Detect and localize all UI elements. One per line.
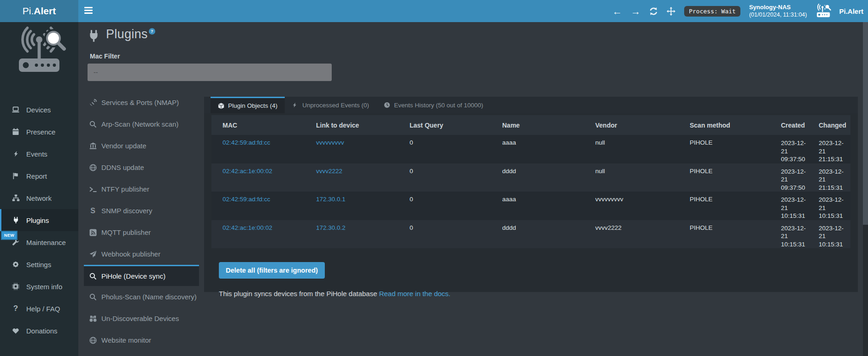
tab-label: Unprocessed Events (0) (302, 102, 369, 109)
delete-all-button[interactable]: Delete all (filters are ignored) (219, 262, 325, 279)
table-row: 02:42:ac:1e:00:02 vvvv2222 0 dddd null P… (211, 163, 850, 192)
plugin-nav-item-pihole[interactable]: PiHole (Device sync) (84, 265, 199, 286)
sidebar-item-label: Events (26, 150, 47, 158)
created-cell: 2023-12-2110:15:31 (775, 192, 813, 220)
sidebar-item-settings[interactable]: Settings (0, 253, 78, 275)
flag-icon (11, 172, 20, 180)
help-badge[interactable]: ? (149, 28, 155, 35)
sidebar-item-help-faq[interactable]: ? Help / FAQ (0, 298, 78, 320)
device-link[interactable]: 172.30.0.1 (316, 196, 346, 203)
sidebar-item-label: Settings (26, 261, 51, 268)
sidebar-item-system-info[interactable]: System info (0, 275, 78, 298)
sidebar-item-donations[interactable]: Donations (0, 320, 78, 342)
globe-icon (88, 336, 97, 344)
sidebar-item-report[interactable]: Report (0, 165, 78, 187)
device-link[interactable]: 172.30.0.2 (316, 224, 346, 231)
plugin-nav-item-snmp[interactable]: S SNMP discovery (84, 200, 199, 222)
table-header-row: MAC Link to device Last Query Name Vendo… (211, 115, 850, 135)
plugin-nav-item-website-monitor[interactable]: Website monitor (84, 329, 199, 351)
top-navbar: Pi.Alert ← → Process: Wait Synology-NAS … (0, 0, 868, 22)
sidebar-menu: Devices Presence Events Report Network (0, 99, 78, 342)
device-link[interactable]: vvvvvvvvv (316, 139, 344, 146)
sidebar-item-label: Help / FAQ (26, 305, 60, 313)
process-status-badge: Process: Wait (684, 6, 740, 17)
satellite-dish-icon (88, 99, 97, 106)
host-datetime: (01/01/2024, 11:31:04) (749, 11, 807, 18)
sidebar-router-logo (12, 26, 67, 76)
mac-link[interactable]: 02:42:59:ad:fd:cc (223, 139, 270, 146)
tab-events-history[interactable]: Events History (50 out of 10000) (376, 97, 491, 113)
mac-link[interactable]: 02:42:ac:1e:00:02 (223, 224, 272, 231)
changed-cell: 2023-12-2121:15:31 (813, 163, 850, 192)
plugin-panel: Plugin Objects (4) Unprocessed Events (0… (204, 97, 858, 292)
plugin-nav-label: MQTT publisher (101, 228, 151, 236)
plugin-nav-item-vendor-update[interactable]: Vendor update (84, 135, 199, 157)
laptop-icon (11, 106, 20, 114)
col-header-scan-method: Scan method (684, 115, 775, 135)
plugin-nav-item-nmap[interactable]: Services & Ports (NMAP) (84, 92, 199, 113)
created-cell: 2023-12-2109:37:50 (775, 135, 813, 163)
tab-label: Events History (50 out of 10000) (394, 102, 483, 109)
sidebar-item-devices[interactable]: Devices (0, 99, 78, 121)
refresh-icon[interactable] (649, 7, 658, 16)
letter-s-icon: S (88, 207, 97, 215)
question-icon: ? (11, 305, 20, 313)
plugin-nav-label: DDNS update (101, 163, 144, 171)
name-cell: aaaa (497, 135, 590, 163)
plugin-nav-label: Services & Ports (NMAP) (101, 99, 179, 106)
vendor-cell: vvvvvvvvv (590, 192, 684, 220)
col-header-link: Link to device (311, 115, 404, 135)
plugin-nav-label: NTFY publisher (101, 185, 149, 193)
tab-bar: Plugin Objects (4) Unprocessed Events (0… (204, 97, 858, 113)
mac-link[interactable]: 02:42:59:ad:fd:cc (223, 196, 270, 203)
sidebar-item-label: Plugins (26, 216, 49, 224)
sidebar-item-plugins[interactable]: Plugins (0, 209, 78, 231)
scan-method-cell: PIHOLE (684, 163, 775, 192)
plugin-nav-label: Vendor update (101, 142, 147, 150)
created-cell: 2023-12-2110:15:31 (775, 220, 813, 249)
plugin-nav-label: Website monitor (101, 336, 151, 344)
page-title-text: Plugins (106, 27, 148, 41)
sidebar-toggle-icon[interactable] (84, 7, 94, 15)
scan-method-cell: PIHOLE (684, 135, 775, 163)
plugin-nav-item-ddns-update[interactable]: DDNS update (84, 157, 199, 178)
back-arrow-icon[interactable]: ← (612, 6, 622, 16)
bolt-icon (292, 102, 299, 108)
plugin-nav-item-pholus[interactable]: Pholus-Scan (Name discovery) (84, 286, 199, 308)
bolt-icon (11, 150, 20, 158)
sidebar-item-label: System info (26, 283, 62, 291)
mac-link[interactable]: 02:42:ac:1e:00:02 (223, 168, 272, 175)
sidebar-item-events[interactable]: Events (0, 143, 78, 165)
forward-arrow-icon[interactable]: → (631, 6, 640, 16)
plugin-nav-item-mqtt[interactable]: MQTT publisher (84, 222, 199, 243)
calendar-icon (11, 128, 20, 136)
last-query-cell: 0 (404, 192, 497, 220)
plugin-nav-label: Webhook publisher (101, 250, 160, 258)
scrollbar-thumb[interactable] (863, 22, 868, 225)
move-arrows-icon[interactable] (667, 7, 675, 16)
sidebar-item-network[interactable]: Network (0, 187, 78, 209)
globe-icon (88, 163, 97, 171)
brand-logo[interactable]: Pi.Alert (0, 0, 78, 22)
col-header-created: Created (775, 115, 813, 135)
last-query-cell: 0 (404, 220, 497, 249)
page-title: Plugins ? (88, 27, 155, 43)
plugin-nav-item-arp-scan[interactable]: Arp-Scan (Network scan) (84, 113, 199, 135)
tab-plugin-objects[interactable]: Plugin Objects (4) (211, 97, 285, 113)
read-docs-link[interactable]: Read more in the docs. (379, 290, 451, 298)
last-query-cell: 0 (404, 163, 497, 192)
changed-cell: 2023-12-2110:15:31 (813, 192, 850, 220)
host-info: Synology-NAS (01/01/2024, 11:31:04) (749, 4, 807, 18)
device-link[interactable]: vvvv2222 (316, 168, 342, 175)
plugin-description: This plugin syncs devices from the PiHol… (219, 290, 858, 298)
mac-filter-input[interactable]: -- (88, 64, 332, 81)
plugin-nav-item-ntfy[interactable]: NTFY publisher (84, 178, 199, 200)
plugin-nav-item-webhook[interactable]: Webhook publisher (84, 243, 199, 265)
plugin-nav-item-undiscoverable[interactable]: Un-Discoverable Devices (84, 308, 199, 329)
sitemap-icon (11, 194, 20, 202)
app-name: Pi.Alert (839, 7, 863, 15)
search-icon (88, 293, 97, 301)
name-cell: dddd (497, 220, 590, 249)
tab-unprocessed-events[interactable]: Unprocessed Events (0) (285, 97, 376, 113)
sidebar-item-presence[interactable]: Presence (0, 121, 78, 143)
